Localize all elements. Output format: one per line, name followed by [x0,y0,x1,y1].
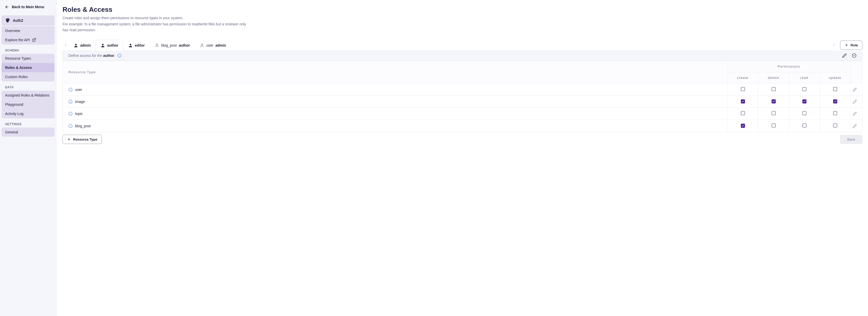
table-row: topic [63,108,862,120]
sidebar-item-resource-types[interactable]: Resource Types [2,54,55,63]
permission-checkbox[interactable] [833,87,837,91]
tab-admin[interactable]: admin [69,40,96,51]
permission-checkbox[interactable] [802,124,806,128]
external-link-icon [32,38,36,42]
edit-row-button[interactable] [852,124,860,128]
resource-name-cell: topic [68,112,722,116]
pencil-icon [852,100,857,104]
sidebar-group-data: Assigned Roles & Relations Playground Ac… [2,91,55,118]
tab-label: author [179,43,190,47]
permission-checkbox[interactable] [772,99,776,103]
edit-row-button[interactable] [852,87,860,92]
permission-checkbox[interactable] [772,111,776,115]
resource-name-cell: user [68,87,722,92]
sidebar-item-custom-roles[interactable]: Custom Roles [2,72,55,81]
sidebar-group-schema: Resource Types Roles & Access Custom Rol… [2,54,55,81]
person-icon [100,43,105,48]
sidebar-item-assigned-roles[interactable]: Assigned Roles & Relations [2,91,55,100]
tab-author[interactable]: author [96,40,123,51]
permission-checkbox[interactable] [741,87,745,91]
sidebar-group-top: Overview Explore the API [2,26,55,44]
sidebar-item-playground[interactable]: Playground [2,100,55,109]
resource-type-btn-label: Resource Type [73,138,97,141]
sidebar-item-activity-log[interactable]: Activity Log [2,109,55,118]
permission-checkbox[interactable] [833,111,837,115]
svg-text:+: + [8,20,10,23]
pencil-icon [852,112,857,116]
nav-label: Overview [5,29,20,33]
edit-row-button[interactable] [852,100,860,104]
authz-icon: + [5,18,10,23]
person-dashed-icon [155,43,159,48]
permission-checkbox[interactable] [802,111,806,115]
sidebar-item-authz[interactable]: + AuthZ [2,15,55,26]
permission-checkbox[interactable] [833,124,837,128]
minus-circle-icon [852,53,857,58]
permission-checkbox[interactable] [772,124,776,128]
plus-icon [844,43,848,47]
person-icon [73,43,78,48]
edit-row-button[interactable] [852,112,860,116]
resource-name: topic [75,112,83,116]
save-button[interactable]: Save [840,135,862,144]
svg-point-5 [130,44,131,45]
remove-role-button[interactable] [852,53,857,58]
col-read: read [789,72,820,83]
nav-label: Playground [5,102,23,107]
define-suffix: . [114,54,115,58]
chevron-left-icon [64,43,68,47]
col-resource-type: Resource Type [63,61,727,83]
svg-point-3 [75,44,76,45]
tab-editor[interactable]: editor [123,40,150,51]
tabs-scroll: adminauthoreditorblog_postauthoruseradmi… [63,39,837,51]
col-permissions: Permissions [727,61,850,72]
resource-name: blog_post [75,124,91,128]
chevron-right-icon [832,43,836,47]
tab-user-admin[interactable]: useradmin [195,40,231,51]
permission-checkbox[interactable] [802,99,806,103]
info-icon[interactable] [68,124,72,128]
person-dashed-icon [200,43,204,48]
resource-name-cell: image [68,100,722,104]
tab-prefix: blog_post [161,43,177,47]
sidebar-section-schema: SCHEMA [2,45,55,54]
role-btn-label: Role [850,43,858,47]
back-to-main-menu[interactable]: Back to Main Menu [2,3,55,11]
permission-checkbox[interactable] [772,87,776,91]
sidebar-item-general[interactable]: General [2,128,55,137]
tab-label: author [107,43,118,47]
table-row: image [63,96,862,108]
nav-label: General [5,130,18,134]
tab-label: admin [80,43,91,47]
edit-role-button[interactable] [842,53,847,58]
col-create: create [727,72,758,83]
sidebar-group-settings: General [2,128,55,137]
info-icon[interactable] [68,100,72,104]
info-icon[interactable] [117,54,122,58]
tabs-scroll-right[interactable] [831,43,837,47]
resource-name-cell: blog_post [68,124,722,128]
permission-checkbox[interactable] [741,99,745,103]
tab-blog_post-author[interactable]: blog_postauthor [150,40,195,51]
add-role-button[interactable]: Role [840,40,862,50]
info-icon[interactable] [68,87,72,92]
authz-label: AuthZ [13,19,23,23]
sidebar-item-explore-api[interactable]: Explore the API [2,35,55,44]
permission-checkbox[interactable] [741,111,745,115]
svg-point-6 [156,44,158,45]
define-access-text: Define access for the author. [68,54,122,58]
tabs-scroll-left[interactable] [63,43,69,47]
svg-line-2 [34,38,35,40]
tab-label: editor [135,43,145,47]
add-resource-type-button[interactable]: Resource Type [63,135,102,144]
sidebar-item-roles-access[interactable]: Roles & Access [2,63,55,72]
svg-point-4 [102,44,103,45]
info-icon[interactable] [68,112,72,116]
sidebar-item-overview[interactable]: Overview [2,26,55,35]
nav-label: Assigned Roles & Relations [5,93,50,97]
nav-label: Resource Types [5,56,31,61]
col-delete: delete [758,72,789,83]
permission-checkbox[interactable] [802,87,806,91]
permission-checkbox[interactable] [833,99,837,103]
permission-checkbox[interactable] [741,124,745,128]
